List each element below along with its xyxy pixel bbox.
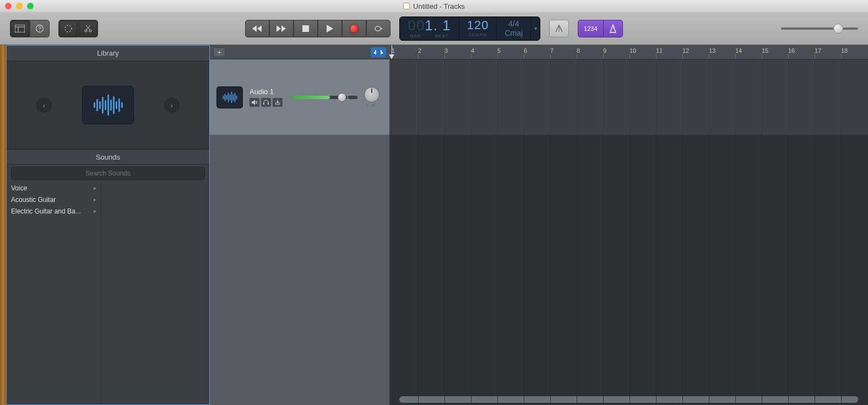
library-header: Library (7, 46, 209, 61)
lcd-tempo-value: 120 (467, 19, 489, 31)
quick-help-button[interactable]: ? (30, 20, 50, 37)
sound-category-item[interactable]: Voice▸ (7, 182, 101, 194)
play-icon (327, 25, 333, 32)
track-header[interactable]: Audio 1 L R (210, 59, 389, 135)
mute-button[interactable] (249, 98, 259, 107)
ruler-number: 13 (709, 47, 715, 54)
svg-rect-0 (15, 25, 25, 32)
svg-marker-24 (252, 100, 255, 105)
horizontal-scrollbar-thumb[interactable] (399, 396, 858, 403)
document-icon (403, 3, 410, 9)
solo-button[interactable] (261, 98, 271, 107)
dial-icon (64, 24, 73, 33)
library-preview: ‹ › (7, 61, 209, 149)
lcd-timesig-value: 4/4 (508, 20, 519, 28)
notepad-button[interactable] (549, 20, 569, 37)
ruler-number: 16 (788, 47, 795, 54)
svg-point-6 (85, 30, 87, 32)
ruler-number: 5 (497, 47, 501, 54)
library-prev-button[interactable]: ‹ (36, 97, 52, 113)
pan-knob[interactable] (364, 87, 379, 102)
search-sounds-input[interactable] (11, 167, 205, 180)
chevron-right-icon: ▸ (94, 196, 96, 202)
svg-marker-10 (252, 25, 257, 32)
track-volume-slider[interactable] (291, 96, 357, 99)
editors-button[interactable] (78, 20, 98, 37)
svg-rect-28 (268, 103, 269, 105)
lcd-dropdown[interactable]: ▾ (531, 17, 540, 40)
svg-rect-27 (263, 103, 264, 105)
metronome-button[interactable] (604, 20, 623, 37)
track-filter-button[interactable] (371, 47, 386, 57)
master-volume-slider[interactable] (781, 28, 858, 30)
ruler-number: 14 (735, 47, 742, 54)
sound-category-column: Voice▸ Acoustic Guitar▸ Electric Guitar … (7, 182, 101, 404)
input-icon (275, 100, 280, 105)
svg-text:?: ? (38, 26, 41, 32)
svg-point-7 (89, 30, 91, 32)
cycle-button[interactable] (366, 20, 390, 37)
track-type-icon (216, 86, 243, 108)
lcd-key-value: Cmaj (504, 29, 523, 37)
ruler-number: 7 (550, 47, 554, 54)
sound-category-item[interactable]: Acoustic Guitar▸ (7, 194, 101, 205)
lcd-bar-prefix: 00 (408, 17, 425, 34)
chevron-right-icon: ▸ (94, 208, 96, 214)
ruler-number: 4 (471, 47, 474, 54)
horizontal-scrollbar[interactable] (399, 396, 858, 403)
ruler-number: 6 (524, 47, 527, 54)
waveform-icon (223, 91, 237, 102)
help-icon: ? (35, 24, 44, 33)
waveform-icon (94, 95, 123, 116)
master-volume-thumb[interactable] (833, 24, 843, 34)
pan-label: L R (367, 103, 377, 107)
headphones-icon (263, 100, 269, 105)
timeline-empty-area[interactable] (389, 135, 868, 405)
ruler-number: 9 (603, 47, 606, 54)
track-lane[interactable] (389, 59, 868, 135)
add-track-button[interactable]: ＋ (213, 47, 225, 57)
lcd-beat-label: BEAT (435, 34, 448, 39)
forward-button[interactable] (269, 20, 294, 37)
svg-point-5 (65, 25, 72, 32)
library-next-button[interactable]: › (164, 97, 180, 113)
playhead[interactable] (392, 45, 392, 59)
svg-line-8 (86, 25, 90, 30)
ruler-number: 2 (418, 47, 421, 54)
lcd-bar-value: 1. 1 (425, 17, 451, 34)
svg-marker-15 (327, 25, 333, 32)
ruler-number: 18 (841, 47, 848, 54)
ruler-number: 15 (762, 47, 768, 54)
track-name-label: Audio 1 (249, 87, 283, 96)
timeline-area[interactable]: 123456789101112131415161718 (389, 45, 868, 405)
ruler-number: 10 (630, 47, 636, 54)
rewind-button[interactable] (245, 20, 269, 37)
smart-controls-button[interactable] (58, 20, 78, 37)
play-button[interactable] (318, 20, 342, 37)
stop-button[interactable] (294, 20, 318, 37)
record-button[interactable] (342, 20, 366, 37)
chevron-right-icon: ▸ (94, 185, 96, 191)
sounds-header: Sounds (7, 149, 209, 165)
ruler-number: 12 (682, 47, 689, 54)
tuner-icon (554, 24, 564, 34)
wood-edge-left (0, 45, 6, 405)
track-volume-thumb[interactable] (338, 93, 346, 102)
input-monitor-button[interactable] (273, 98, 283, 107)
sound-subcategory-column (101, 182, 209, 404)
svg-marker-23 (381, 51, 383, 53)
metronome-icon (609, 24, 617, 33)
record-icon (350, 25, 358, 32)
ruler-number: 17 (815, 47, 821, 54)
ruler-number: 11 (656, 47, 663, 54)
scissors-icon (84, 24, 92, 33)
sound-category-item[interactable]: Electric Guitar and Ba...▸ (7, 205, 101, 217)
count-in-button[interactable]: 1234 (578, 20, 603, 37)
timeline-ruler[interactable]: 123456789101112131415161718 (389, 45, 868, 59)
lcd-display[interactable]: 001. 1 BARBEAT 120 TEMPO 4/4 Cmaj ▾ (399, 17, 540, 41)
library-panel: Library ‹ › Sounds Voice▸ Acoustic Guita… (6, 45, 210, 405)
window-titlebar: Untitled - Tracks (0, 0, 868, 12)
library-toggle-button[interactable] (10, 20, 30, 37)
svg-marker-16 (381, 28, 383, 30)
svg-line-9 (86, 25, 90, 30)
